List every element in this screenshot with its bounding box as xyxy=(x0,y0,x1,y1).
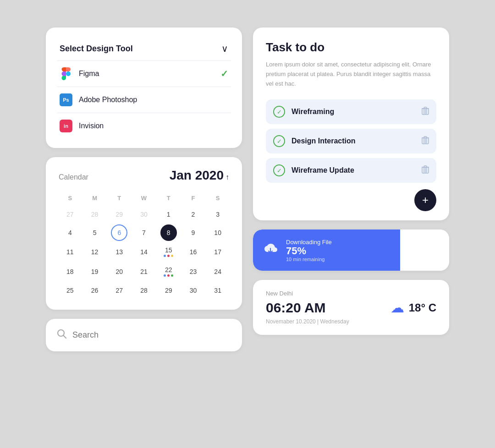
cal-day-m: M xyxy=(83,192,106,204)
cal-cell-4[interactable]: 4 xyxy=(59,224,82,241)
task-name-wu: Wireframe Update xyxy=(292,166,354,175)
cal-cell-1[interactable]: 1 xyxy=(157,206,180,223)
task-check-di: ✓ xyxy=(273,135,285,147)
tool-item-invision[interactable]: in Invision xyxy=(55,113,233,139)
cal-cell-12[interactable]: 12 xyxy=(83,243,106,261)
cal-cell-10[interactable]: 10 xyxy=(206,224,229,241)
cal-cell-19[interactable]: 19 xyxy=(83,262,106,280)
cal-cell-21[interactable]: 21 xyxy=(132,262,155,280)
cal-cell-23[interactable]: 23 xyxy=(182,262,205,280)
figma-check-icon: ✓ xyxy=(220,68,228,79)
cal-cell-8-today[interactable]: 8 xyxy=(160,224,177,241)
cal-cell-30[interactable]: 30 xyxy=(182,282,205,299)
weather-city: New Delhi xyxy=(266,290,436,297)
trash-icon-wu[interactable] xyxy=(422,165,429,175)
weather-time: 06:20 AM xyxy=(266,300,326,316)
cal-day-s2: S xyxy=(206,192,229,204)
cal-cell-26[interactable]: 26 xyxy=(83,282,106,299)
download-label: Downloading File xyxy=(286,239,332,246)
download-percent: 75% xyxy=(286,246,332,257)
cal-cell-11[interactable]: 11 xyxy=(59,243,82,261)
cal-cell-28-prev[interactable]: 28 xyxy=(83,206,106,223)
cal-cell-27[interactable]: 27 xyxy=(108,282,131,299)
task-check-wireframing: ✓ xyxy=(273,106,285,118)
calendar-label: Calendar xyxy=(59,173,88,181)
calendar-month: Jan 2020 xyxy=(170,168,224,183)
dot-yellow xyxy=(171,255,173,257)
select-design-tool-card: Select Design Tool ∨ Figma ✓ xyxy=(46,27,242,148)
chevron-down-icon: ∨ xyxy=(221,43,228,54)
cal-cell-20[interactable]: 20 xyxy=(108,262,131,280)
cal-cell-17[interactable]: 17 xyxy=(206,243,229,261)
task-name-di: Design Interaction xyxy=(292,137,356,145)
dot-red xyxy=(167,255,170,257)
download-info: Downloading File 75% 10 min remaining xyxy=(286,239,332,262)
task-add-button[interactable]: + xyxy=(414,189,436,211)
cal-dots-22 xyxy=(164,274,173,277)
task-item-wireframe-update[interactable]: ✓ Wireframe Update xyxy=(266,158,436,183)
task-item-wu-left: ✓ Wireframe Update xyxy=(273,164,354,176)
cal-cell-13[interactable]: 13 xyxy=(108,243,131,261)
cal-day-f: F xyxy=(182,192,205,204)
weather-temp-row: ☁ 18° C xyxy=(390,300,436,316)
tool-item-figma[interactable]: Figma ✓ xyxy=(55,61,233,87)
cal-day-t1: T xyxy=(108,192,131,204)
task-check-wu: ✓ xyxy=(273,164,285,176)
weather-cloud-icon: ☁ xyxy=(390,300,404,316)
cal-cell-2[interactable]: 2 xyxy=(182,206,205,223)
tool-item-inv-left: in Invision xyxy=(60,120,104,132)
task-item-wireframing-left: ✓ Wireframing xyxy=(273,106,334,118)
dot-green-22 xyxy=(171,274,173,277)
cal-dots-15 xyxy=(164,255,173,257)
cal-cell-30-prev[interactable]: 30 xyxy=(132,206,155,223)
cal-cell-7[interactable]: 7 xyxy=(132,224,155,241)
select-tool-header[interactable]: Select Design Tool ∨ xyxy=(55,37,233,60)
search-icon xyxy=(57,329,67,341)
figma-label: Figma xyxy=(79,70,99,78)
cal-cell-15[interactable]: 15 xyxy=(157,243,180,261)
cal-day-s1: S xyxy=(59,192,82,204)
select-tool-label: Select Design Tool xyxy=(60,44,133,54)
calendar-month-arrow[interactable]: ↑ xyxy=(226,173,229,181)
cal-cell-22[interactable]: 22 xyxy=(157,262,180,280)
trash-icon-di[interactable] xyxy=(422,136,429,146)
calendar-header: Calendar Jan 2020 ↑ xyxy=(59,168,229,183)
task-desc: Lorem ipsum dolor sit amet, consectetur … xyxy=(266,60,436,88)
cal-cell-3[interactable]: 3 xyxy=(206,206,229,223)
cloud-download-icon xyxy=(262,242,279,258)
cal-cell-29[interactable]: 29 xyxy=(157,282,180,299)
download-progress: Downloading File 75% 10 min remaining xyxy=(253,229,400,271)
invision-label: Invision xyxy=(79,122,104,130)
weather-card: New Delhi 06:20 AM ☁ 18° C Novemaber 10.… xyxy=(253,280,449,335)
cal-day-t2: T xyxy=(157,192,180,204)
cal-cell-29-prev[interactable]: 29 xyxy=(108,206,131,223)
figma-icon xyxy=(60,67,72,80)
task-title: Task to do xyxy=(266,40,436,55)
weather-date: Novemaber 10.2020 | Wednesday xyxy=(266,318,436,325)
invision-icon: in xyxy=(60,120,72,132)
task-item-wireframing[interactable]: ✓ Wireframing xyxy=(266,99,436,124)
photoshop-label: Adobe Photoshop xyxy=(79,96,137,104)
cal-cell-27-prev[interactable]: 27 xyxy=(59,206,82,223)
photoshop-icon: Ps xyxy=(60,93,72,106)
calendar-grid: S M T W T F S 27 28 29 30 1 2 3 4 5 6 7 xyxy=(59,192,229,299)
cal-cell-16[interactable]: 16 xyxy=(182,243,205,261)
cal-cell-18[interactable]: 18 xyxy=(59,262,82,280)
cal-day-w: W xyxy=(132,192,155,204)
cal-cell-31[interactable]: 31 xyxy=(206,282,229,299)
search-input[interactable] xyxy=(72,330,231,340)
calendar-card: Calendar Jan 2020 ↑ S M T W T F S 27 28 … xyxy=(46,157,242,310)
download-rest xyxy=(400,229,449,271)
cal-cell-24[interactable]: 24 xyxy=(206,262,229,280)
cal-cell-6[interactable]: 6 xyxy=(111,224,127,241)
cal-cell-25[interactable]: 25 xyxy=(59,282,82,299)
task-item-design-interaction[interactable]: ✓ Design Interaction xyxy=(266,129,436,153)
cal-cell-14[interactable]: 14 xyxy=(132,243,155,261)
tool-item-figma-left: Figma xyxy=(60,67,99,80)
cal-cell-9[interactable]: 9 xyxy=(182,224,205,241)
trash-icon-wireframing[interactable] xyxy=(422,107,429,117)
tool-item-photoshop[interactable]: Ps Adobe Photoshop xyxy=(55,87,233,113)
weather-temperature: 18° C xyxy=(409,301,436,314)
cal-cell-5[interactable]: 5 xyxy=(83,224,106,241)
cal-cell-28[interactable]: 28 xyxy=(132,282,155,299)
